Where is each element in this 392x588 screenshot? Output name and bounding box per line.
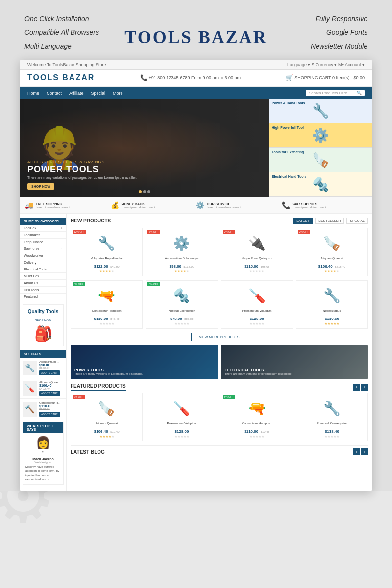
feature-item: One Click Installation <box>24 15 99 23</box>
special-old-price: $422.40 <box>39 387 60 390</box>
tab-bestseller[interactable]: BESTSELLER <box>315 218 344 224</box>
featured-product-card[interactable]: 🪛 Praesendum Voluptum $128.00 ★★★★★ <box>146 393 218 441</box>
product-stars: ★★★★★ <box>74 270 140 273</box>
mockup-logo: TOOLS BAZAR <box>27 74 95 82</box>
power-tools-banner[interactable]: POWER TOOLS There are many versions of L… <box>71 345 218 379</box>
featured-product-card[interactable]: 2% OFF 🪚 Aliquam Quaerat $106.40 $10.40 … <box>71 393 143 441</box>
hero-cta-button[interactable]: SHOP NOW <box>27 183 54 190</box>
product-price: $110.00 <box>94 317 108 321</box>
product-price: $138.40 <box>325 429 339 434</box>
blog-nav-arrows: ‹ › <box>353 448 368 455</box>
person-quote: Majority have suffered attention in some… <box>25 465 61 482</box>
blog-header: LATEST BLOG ‹ › <box>71 448 368 455</box>
special-item: 🔧 Accusantium ... $98.00 $102.00 ADD TO … <box>20 358 66 378</box>
sidebar-item[interactable]: About Us <box>20 280 66 287</box>
nav-more[interactable]: More <box>113 91 123 96</box>
product-badge: 8% OFF <box>73 282 85 286</box>
sidebar-item[interactable]: ToolBox› <box>20 225 66 232</box>
electrical-tools-banner[interactable]: ELECTRICAL TOOLS There are many versions… <box>221 345 368 379</box>
sidebar-item[interactable]: Featured <box>20 294 66 300</box>
site-mockup: Welcome To ToolsBazar Shopping Store Lan… <box>20 60 372 491</box>
blog-prev-arrow[interactable]: ‹ <box>353 448 360 455</box>
mockup-header: TOOLS BAZAR 📞 +91 800-12345-6789 From 9:… <box>20 70 372 87</box>
feature-item: Compatible All Browsers <box>24 28 99 36</box>
sidebar-item[interactable]: Delivery <box>20 259 66 266</box>
product-card[interactable]: 2% OFF 🔌 Neque Porro Quisquam $115.00 $9… <box>221 228 293 276</box>
new-products-header: NEW PRODUCTS LATEST BESTSELLER SPECIAL <box>71 218 368 224</box>
product-card[interactable]: 6% OFF ⚙️ Accusantium Doloremque $98.00 … <box>146 228 218 276</box>
extracting-tools-icon: 🪚 <box>312 152 329 168</box>
hero-desc: There are many variations of passages be… <box>27 176 137 179</box>
product-price: $106.40 <box>94 429 108 434</box>
quote-mark: " <box>25 449 61 457</box>
hero-side-powerful[interactable]: High Powerfull Tool ⚙️ <box>269 123 372 148</box>
product-badge: 2% OFF <box>223 230 235 234</box>
hero-side-electrical[interactable]: Electrical Hand Tools 🔩 <box>269 172 372 197</box>
electrical-tools-label: ELECTRICAL TOOLS <box>225 368 293 372</box>
product-old-price: $82.00 <box>184 318 193 320</box>
nav-contact[interactable]: Contact <box>47 91 62 96</box>
add-cart-button[interactable]: ADD TO CART <box>39 412 60 416</box>
add-cart-button[interactable]: ADD TO CART <box>39 391 60 396</box>
feat-service-title: OUR SERVICE <box>207 202 241 206</box>
featured-product-card[interactable]: 8% OFF 🔫 Consectetur Hampden $110.00 $10… <box>221 393 293 441</box>
cart-icon: 🛒 <box>286 74 293 81</box>
sidebar-item[interactable]: Electrical Tools <box>20 266 66 273</box>
sidebar-item[interactable]: Toolmaker <box>20 232 66 239</box>
product-price: $110.00 <box>244 429 258 434</box>
sidebar-item[interactable]: Drill Tools <box>20 287 66 294</box>
special-item: 🔨 Consectetur H... $110.00 $133.00 ADD T… <box>20 399 66 419</box>
product-stars: ★★★★★ <box>148 322 215 326</box>
product-card[interactable]: 6% OFF 🔩 Nostrud Exercitation $78.00 $82… <box>146 280 218 329</box>
product-card[interactable]: 12% OFF 🔧 Voluptates Repudiandae $122.00… <box>71 228 143 276</box>
testimonial-box: WHATS PEOPLE SAYS 👩 " Mack Jackno Webdes… <box>23 422 64 485</box>
product-badge: 2% OFF <box>298 230 310 234</box>
page-background: ⚙ ⚙ One Click Installation Compatible Al… <box>0 0 392 491</box>
product-card[interactable]: 2% OFF 🪚 Aliquam Quaerat $106.40 $418.40… <box>296 228 368 276</box>
hero-side-extracting[interactable]: Tools for Extracting 🪚 <box>269 148 372 172</box>
nav-search[interactable]: Search Products Here 🔍 <box>306 90 365 96</box>
hero-content: Accessories Deals & Savings POWER TOOLS … <box>27 160 137 190</box>
product-name: Consectetur Hampden <box>224 422 290 425</box>
new-products-title: NEW PRODUCTS <box>71 218 111 223</box>
sidebar-item[interactable]: Legal Notice <box>20 239 66 245</box>
blog-section: LATEST BLOG ‹ › <box>71 445 368 455</box>
next-arrow[interactable]: › <box>361 384 368 391</box>
product-stars: ★★★★★ <box>148 270 215 273</box>
quality-shop-button[interactable]: SHOP NOW <box>32 318 54 323</box>
special-img: 🪛 <box>23 381 37 396</box>
blog-next-arrow[interactable]: › <box>361 448 368 455</box>
special-old-price: $102.00 <box>39 367 60 369</box>
service-icon: ⚙️ <box>196 201 204 209</box>
hero-side-label: Power & Hand Tools <box>272 101 305 105</box>
sidebar-item[interactable]: Miller Box <box>20 273 66 280</box>
product-image: 🔌 <box>224 231 290 255</box>
nav-affiliate[interactable]: Affiliate <box>69 91 83 96</box>
sidebar-item[interactable]: Sawhorse› <box>20 245 66 252</box>
product-badge: 6% OFF <box>147 282 160 286</box>
hero-side-label: Tools for Extracting <box>272 150 304 154</box>
feat-money-desc: Lorem ipsum dolor conect <box>122 206 155 209</box>
featured-product-card[interactable]: 🔧 Commodi Consequatur $138.40 ★★★★★ <box>296 393 368 441</box>
nav-home[interactable]: Home <box>27 91 39 96</box>
product-image: 🔧 <box>299 283 365 308</box>
feat-support-title: 24X7 SUPPORT <box>293 202 326 206</box>
product-badge: 2% OFF <box>73 395 85 399</box>
specials-box: SPECIALS 🔧 Accusantium ... $98.00 $102.0… <box>20 350 66 419</box>
cart-text: SHOPPING CART 0 Item(s) - $0.00 <box>294 75 365 80</box>
view-more-button[interactable]: VIEW MORE PRODUCTS <box>191 333 247 341</box>
product-name: Necessitabus <box>299 309 365 312</box>
product-stars: ★★★★★ <box>224 322 290 326</box>
sidebar-item[interactable]: Woodworker <box>20 252 66 259</box>
hero-side-power[interactable]: Power & Hand Tools 🔧 <box>269 99 372 123</box>
add-cart-button[interactable]: ADD TO CART <box>39 370 60 375</box>
prev-arrow[interactable]: ‹ <box>353 384 360 391</box>
nav-special[interactable]: Special <box>91 91 105 96</box>
feat-service: ⚙️ OUR SERVICE Lorem ipsum dolor conect <box>196 201 282 209</box>
tab-latest[interactable]: LATEST <box>293 218 313 224</box>
tab-special[interactable]: SPECIAL <box>346 218 368 224</box>
product-card[interactable]: 🔧 Necessitabus $119.60 ★★★★★ <box>296 280 368 329</box>
product-card[interactable]: 8% OFF 🔫 Consectetur Hampden $110.00 $40… <box>71 280 143 329</box>
category-title: SHOP BY CATEGORY <box>20 218 66 225</box>
product-card[interactable]: 🪛 Praesendum Voluptum $128.00 ★★★★★ <box>221 280 293 329</box>
